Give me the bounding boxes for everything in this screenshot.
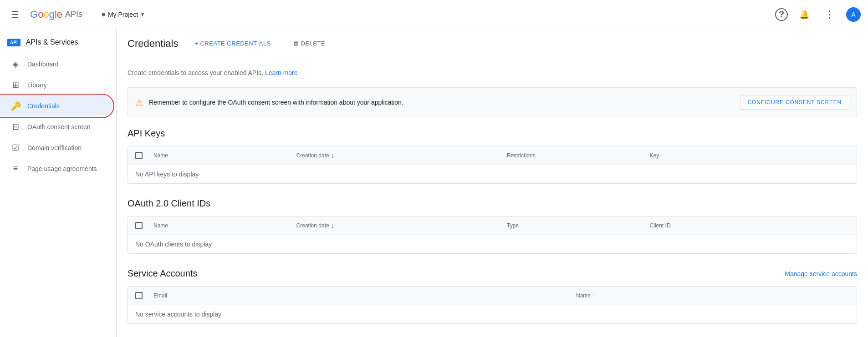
sidebar-item-domain[interactable]: ☑ Domain verification — [0, 137, 112, 158]
api-keys-header: API Keys — [128, 128, 857, 139]
help-button[interactable]: ? — [775, 8, 788, 21]
sidebar: API APIs & Services ◈ Dashboard ⊞ Librar… — [0, 29, 117, 337]
delete-button[interactable]: 🗑 DELETE — [287, 35, 331, 52]
warning-icon: ⚠ — [135, 97, 143, 108]
service-accounts-name-header[interactable]: Name ↑ — [572, 292, 857, 299]
api-logo: API — [7, 39, 20, 46]
sidebar-item-domain-label: Domain verification — [27, 144, 82, 151]
api-keys-section: API Keys Name Creation date ↓ — [128, 128, 857, 184]
project-selector[interactable]: ● My Project ▼ — [97, 6, 149, 23]
sidebar-header: API APIs & Services — [0, 33, 116, 54]
oauth-date-sort-icon: ↓ — [331, 222, 334, 229]
oauth-table: Name Creation date ↓ Type Client ID — [128, 216, 857, 254]
api-keys-table: Name Creation date ↓ Restrictions Key — [128, 146, 857, 184]
sidebar-item-page-usage-label: Page usage agreements — [27, 165, 97, 172]
sidebar-item-oauth[interactable]: ⊟ OAuth consent screen — [0, 116, 112, 137]
service-accounts-title: Service Accounts — [128, 268, 197, 279]
api-keys-select-all-checkbox[interactable] — [135, 152, 143, 159]
sidebar-title: APIs & Services — [26, 38, 78, 46]
dashboard-icon: ◈ — [11, 59, 20, 69]
top-nav: ☰ Google APIs ● My Project ▼ ? 🔔 ⋮ A — [0, 0, 868, 29]
sidebar-item-page-usage[interactable]: ≡ Page usage agreements — [0, 158, 112, 179]
service-accounts-header: Service Accounts Manage service accounts — [128, 268, 857, 279]
service-accounts-select-all-checkbox[interactable] — [135, 292, 143, 299]
alert-text: Remember to configure the OAuth consent … — [149, 99, 735, 106]
configure-consent-button[interactable]: CONFIGURE CONSENT SCREEN — [740, 95, 849, 110]
learn-more-link[interactable]: Learn more — [265, 69, 298, 76]
oauth-section: OAuth 2.0 Client IDs Name Creation date … — [128, 198, 857, 254]
sidebar-item-dashboard-label: Dashboard — [27, 60, 59, 68]
project-name: My Project — [108, 11, 138, 18]
oauth-empty-message: No OAuth clients to display — [128, 235, 857, 253]
oauth-date-header[interactable]: Creation date ↓ — [293, 222, 503, 229]
service-accounts-name-sort-icon: ↑ — [592, 292, 596, 299]
create-credentials-button[interactable]: + CREATE CREDENTIALS — [189, 35, 276, 52]
project-arrow-icon: ▼ — [140, 11, 145, 18]
oauth-check-header — [128, 222, 150, 229]
service-accounts-section: Service Accounts Manage service accounts… — [128, 268, 857, 324]
sidebar-item-credentials[interactable]: 🔑 Credentials — [0, 96, 112, 116]
api-keys-date-header[interactable]: Creation date ↓ — [293, 152, 503, 159]
oauth-title: OAuth 2.0 Client IDs — [128, 198, 210, 209]
service-accounts-email-header: Email — [150, 292, 572, 299]
hamburger-icon[interactable]: ☰ — [7, 5, 23, 24]
info-text: Create credentials to access your enable… — [128, 69, 857, 76]
nav-divider — [90, 9, 90, 20]
api-keys-table-header: Name Creation date ↓ Restrictions Key — [128, 146, 857, 165]
avatar[interactable]: A — [846, 7, 861, 22]
oauth-table-header: Name Creation date ↓ Type Client ID — [128, 216, 857, 235]
credentials-icon: 🔑 — [11, 101, 20, 111]
sidebar-item-library[interactable]: ⊞ Library — [0, 75, 112, 96]
service-accounts-check-header — [128, 292, 150, 299]
api-keys-empty-message: No API keys to display — [128, 165, 857, 183]
service-accounts-table-header: Email Name ↑ — [128, 287, 857, 305]
sidebar-item-oauth-label: OAuth consent screen — [27, 123, 91, 131]
oauth-name-header: Name — [150, 222, 293, 229]
service-accounts-table: Email Name ↑ No service accounts to disp… — [128, 286, 857, 324]
api-keys-check-header — [128, 152, 150, 159]
project-icon: ● — [101, 10, 106, 19]
oauth-select-all-checkbox[interactable] — [135, 222, 143, 229]
notifications-button[interactable]: 🔔 — [795, 5, 813, 24]
api-keys-restrictions-header: Restrictions — [503, 152, 646, 159]
sidebar-item-credentials-label: Credentials — [27, 102, 60, 110]
page-usage-icon: ≡ — [11, 164, 20, 173]
service-accounts-empty-message: No service accounts to display — [128, 305, 857, 323]
google-logo: Google APIs — [30, 9, 82, 20]
main-content: Credentials + CREATE CREDENTIALS 🗑 DELET… — [117, 29, 868, 337]
more-options-button[interactable]: ⋮ — [821, 5, 839, 24]
api-keys-key-header: Key — [646, 152, 857, 159]
manage-service-accounts-link[interactable]: Manage service accounts — [785, 270, 857, 277]
api-keys-name-header: Name — [150, 152, 293, 159]
alert-banner: ⚠ Remember to configure the OAuth consen… — [128, 87, 857, 117]
oauth-icon: ⊟ — [11, 122, 20, 132]
page-content: Create credentials to access your enable… — [117, 58, 868, 337]
oauth-header: OAuth 2.0 Client IDs — [128, 198, 857, 209]
oauth-type-header: Type — [503, 222, 646, 229]
domain-icon: ☑ — [11, 143, 20, 153]
page-title: Credentials — [128, 38, 178, 50]
oauth-clientid-header: Client ID — [646, 222, 857, 229]
api-keys-title: API Keys — [128, 128, 165, 139]
library-icon: ⊞ — [11, 80, 20, 90]
sidebar-item-library-label: Library — [27, 81, 47, 89]
sidebar-item-dashboard[interactable]: ◈ Dashboard — [0, 54, 112, 75]
page-header: Credentials + CREATE CREDENTIALS 🗑 DELET… — [117, 29, 868, 58]
apis-label: APIs — [65, 10, 82, 19]
date-sort-icon: ↓ — [331, 152, 334, 159]
